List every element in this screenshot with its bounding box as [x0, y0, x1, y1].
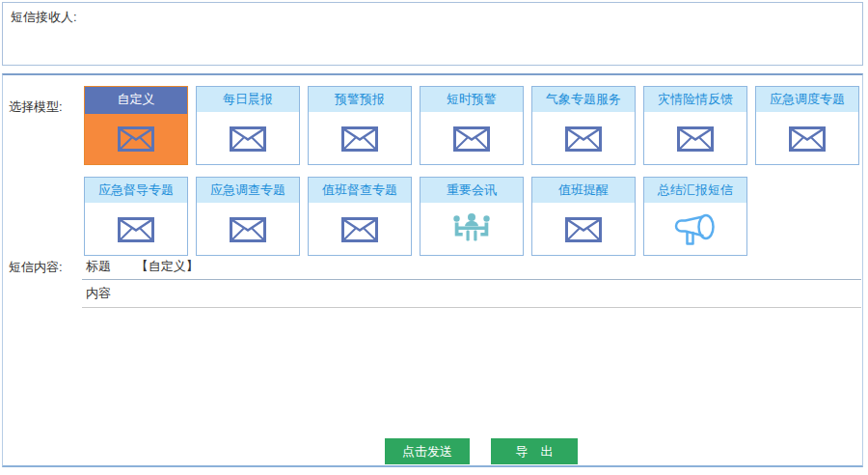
export-button[interactable]: 导 出 — [491, 438, 578, 464]
send-button[interactable]: 点击发送 — [385, 438, 470, 464]
template-card-label: 值班提醒 — [532, 178, 635, 205]
template-card-emergency-dispatch[interactable]: 应急调度专题 — [755, 86, 859, 165]
envelope-icon — [565, 126, 602, 152]
envelope-icon — [230, 217, 266, 242]
template-card-label: 应急调度专题 — [756, 87, 858, 114]
template-card-label: 短时预警 — [420, 87, 523, 114]
template-card-label: 自定义 — [85, 87, 187, 114]
meeting-icon — [450, 211, 493, 248]
sms-title-field[interactable]: 标题 【自定义】 — [82, 254, 861, 280]
template-card-emergency-investigation[interactable]: 应急调查专题 — [196, 177, 300, 256]
template-card-daily-morning-report[interactable]: 每日晨报 — [196, 86, 300, 165]
sms-content-label: 短信内容: — [9, 259, 63, 276]
template-card-label: 总结汇报短信 — [644, 178, 746, 205]
template-card-duty-reminder[interactable]: 值班提醒 — [531, 177, 636, 256]
template-card-label: 应急调查专题 — [197, 178, 299, 205]
sms-body-field[interactable]: 内容 — [82, 280, 861, 308]
envelope-icon — [341, 217, 378, 242]
template-card-duty-inspection[interactable]: 值班督查专题 — [308, 177, 412, 256]
template-card-emergency-supervision[interactable]: 应急督导专题 — [84, 177, 188, 256]
template-card-label: 预警预报 — [309, 87, 411, 114]
template-card-short-term-warning[interactable]: 短时预警 — [420, 86, 524, 165]
envelope-icon — [118, 217, 154, 242]
template-card-custom[interactable]: 自定义 — [84, 86, 188, 165]
envelope-icon — [118, 126, 154, 152]
recipients-label: 短信接收人: — [11, 9, 77, 26]
envelope-icon — [677, 126, 714, 152]
model-select-label: 选择模型: — [9, 98, 63, 116]
template-card-important-meeting[interactable]: 重要会讯 — [420, 177, 524, 256]
template-card-label: 重要会讯 — [420, 178, 523, 205]
envelope-icon — [453, 126, 490, 152]
template-card-label: 值班督查专题 — [309, 178, 411, 205]
template-card-label: 灾情险情反馈 — [644, 87, 746, 114]
template-card-label: 应急督导专题 — [85, 178, 187, 205]
envelope-icon — [789, 126, 826, 152]
megaphone-icon — [673, 210, 718, 249]
main-panel: 选择模型: 自定义 每日晨报 预警预报 短时预警 气象专题服务 — [2, 73, 863, 467]
sms-send-page: 短信接收人: 选择模型: 自定义 每日晨报 预警预报 短时预警 气象专题服务 — [0, 0, 868, 475]
title-label: 标题 — [86, 259, 111, 273]
template-card-label: 每日晨报 — [197, 87, 299, 114]
template-card-summary-report[interactable]: 总结汇报短信 — [643, 177, 747, 256]
template-card-weather-special-service[interactable]: 气象专题服务 — [531, 86, 636, 165]
envelope-icon — [565, 217, 602, 242]
template-grid: 自定义 每日晨报 预警预报 短时预警 气象专题服务 灾情险情反馈 — [84, 86, 859, 256]
envelope-icon — [341, 126, 378, 152]
body-label: 内容 — [86, 286, 111, 300]
template-card-disaster-feedback[interactable]: 灾情险情反馈 — [643, 86, 747, 165]
template-card-label: 气象专题服务 — [532, 87, 635, 114]
template-card-warning-forecast[interactable]: 预警预报 — [308, 86, 412, 165]
title-value[interactable]: 【自定义】 — [136, 259, 199, 273]
envelope-icon — [230, 126, 266, 152]
recipients-input[interactable]: 短信接收人: — [2, 2, 863, 66]
